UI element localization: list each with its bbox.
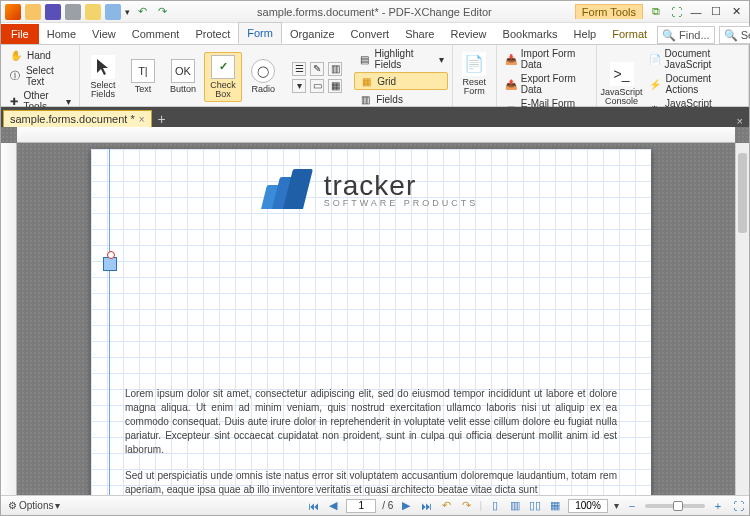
more-fields-row1[interactable]: ☰✎▥: [288, 61, 346, 77]
checkbox-field-label: Check Box: [210, 81, 236, 100]
text-field-label: Text: [135, 85, 152, 94]
date-icon: ▭: [310, 79, 324, 93]
import-form-data-button[interactable]: 📥Import Form Data: [501, 47, 592, 71]
nav-fwd-button[interactable]: ↷: [459, 499, 473, 513]
hand-tool[interactable]: ✋Hand: [5, 47, 75, 63]
zoom-out-button[interactable]: −: [625, 499, 639, 513]
button-field-label: Button: [170, 85, 196, 94]
tab-view[interactable]: View: [84, 24, 124, 44]
checkbox-placeholder[interactable]: [103, 257, 117, 271]
reset-form-label: Reset Form: [463, 78, 487, 97]
window-title: sample.forms.document* - PDF-XChange Edi…: [174, 6, 575, 18]
text-cursor-icon: Ⓘ: [9, 69, 22, 83]
chevron-icon: ▾: [55, 500, 60, 511]
tab-comment[interactable]: Comment: [124, 24, 188, 44]
text-field-icon: T|: [131, 59, 155, 83]
group-javascript: >_JavaScript Console 📄Document JavaScrip…: [597, 45, 749, 106]
open-icon[interactable]: [25, 4, 41, 20]
tab-bookmarks[interactable]: Bookmarks: [495, 24, 566, 44]
context-tab-group: Form Tools: [575, 4, 643, 19]
tools-icon: ✚: [9, 94, 20, 108]
close-tab-icon[interactable]: ×: [139, 114, 145, 125]
tab-format[interactable]: Format: [604, 24, 655, 44]
close-button[interactable]: ✕: [729, 5, 743, 19]
more-fields-row2[interactable]: ▾▭▦: [288, 78, 346, 94]
zoom-slider[interactable]: [645, 504, 705, 508]
file-tab[interactable]: File: [1, 24, 39, 44]
radio-field-label: Radio: [251, 85, 275, 94]
find-box[interactable]: 🔍Find...: [657, 26, 715, 44]
tab-home[interactable]: Home: [39, 24, 84, 44]
minimize-button[interactable]: —: [689, 5, 703, 19]
select-text-tool[interactable]: ⒾSelect Text: [5, 64, 75, 88]
grid-icon: ▦: [359, 74, 373, 88]
next-page-button[interactable]: ▶: [399, 499, 413, 513]
tab-help[interactable]: Help: [566, 24, 605, 44]
continuous-icon[interactable]: ▥: [508, 499, 522, 513]
body-text: Lorem ipsum dolor sit amet, consectetur …: [125, 387, 617, 495]
tab-review[interactable]: Review: [442, 24, 494, 44]
export-form-data-button[interactable]: 📤Export Form Data: [501, 72, 592, 96]
maximize-button[interactable]: ☐: [709, 5, 723, 19]
zoom-dropdown-icon[interactable]: ▾: [614, 500, 619, 511]
tab-organize[interactable]: Organize: [282, 24, 343, 44]
text-field-button[interactable]: T|Text: [124, 57, 162, 96]
grid-button[interactable]: ▦Grid: [354, 72, 448, 90]
fit-page-icon[interactable]: ⛶: [731, 499, 745, 513]
page[interactable]: tracker SOFTWARE PRODUCTS Lorem ipsum do…: [91, 149, 651, 495]
reset-icon: 📄: [462, 52, 486, 76]
save-icon[interactable]: [45, 4, 61, 20]
radio-field-button[interactable]: ◯Radio: [244, 57, 282, 96]
list-icon: ☰: [292, 62, 306, 76]
scrollbar-thumb[interactable]: [738, 153, 747, 233]
select-fields-button[interactable]: Select Fields: [84, 53, 122, 102]
group-form-data: 📥Import Form Data 📤Export Form Data ✉E-M…: [497, 45, 597, 106]
email-icon[interactable]: [85, 4, 101, 20]
page-input[interactable]: [346, 499, 376, 513]
search-box[interactable]: 🔍Search...: [719, 26, 750, 44]
import-label: Import Form Data: [521, 48, 588, 70]
launch-icon[interactable]: ⧉: [649, 5, 663, 19]
options-button[interactable]: ⚙Options▾: [5, 500, 63, 511]
first-page-button[interactable]: ⏮: [306, 499, 320, 513]
page-total: / 6: [382, 500, 393, 511]
print-icon[interactable]: [65, 4, 81, 20]
fields-pane-icon: ▥: [358, 92, 372, 106]
zoom-input[interactable]: [568, 499, 608, 513]
fields-pane-button[interactable]: ▥Fields: [354, 91, 448, 107]
redo-icon[interactable]: ↷: [154, 4, 170, 20]
button-field-button[interactable]: OKButton: [164, 57, 202, 96]
vertical-ruler[interactable]: [1, 143, 17, 495]
checkbox-field-button[interactable]: ✓Check Box: [204, 52, 242, 103]
quick-access-toolbar: ▾ ↶ ↷: [1, 4, 174, 20]
document-tab[interactable]: sample.forms.document *×: [3, 110, 152, 127]
tab-convert[interactable]: Convert: [343, 24, 398, 44]
search-label: Search...: [741, 29, 750, 41]
tab-form[interactable]: Form: [238, 22, 282, 44]
two-page-icon[interactable]: ▯▯: [528, 499, 542, 513]
single-page-icon[interactable]: ▯: [488, 499, 502, 513]
nav-back-button[interactable]: ↶: [439, 499, 453, 513]
doc-js-button[interactable]: 📄Document JavaScript: [645, 47, 744, 71]
highlight-fields-button[interactable]: ▤Highlight Fields▾: [354, 47, 448, 71]
options-label: Options: [19, 500, 53, 511]
tab-protect[interactable]: Protect: [187, 24, 238, 44]
ok-button-icon: OK: [171, 59, 195, 83]
undo-icon[interactable]: ↶: [134, 4, 150, 20]
doc-actions-button[interactable]: ⚡Document Actions: [645, 72, 744, 96]
two-cont-icon[interactable]: ▦: [548, 499, 562, 513]
tab-share[interactable]: Share: [397, 24, 442, 44]
js-console-button[interactable]: >_JavaScript Console: [601, 60, 643, 109]
qat-dropdown-icon[interactable]: ▾: [125, 7, 130, 17]
highlight-label: Highlight Fields: [375, 48, 435, 70]
last-page-button[interactable]: ⏭: [419, 499, 433, 513]
reset-form-button[interactable]: 📄Reset Form: [457, 50, 492, 99]
prev-page-button[interactable]: ◀: [326, 499, 340, 513]
zoom-in-button[interactable]: +: [711, 499, 725, 513]
close-panel-icon[interactable]: ×: [731, 115, 749, 127]
scan-icon[interactable]: [105, 4, 121, 20]
horizontal-ruler[interactable]: [17, 127, 735, 143]
vertical-scrollbar[interactable]: [735, 143, 749, 495]
add-tab-button[interactable]: +: [152, 111, 172, 127]
ui-mode-icon[interactable]: ⛶: [669, 5, 683, 19]
